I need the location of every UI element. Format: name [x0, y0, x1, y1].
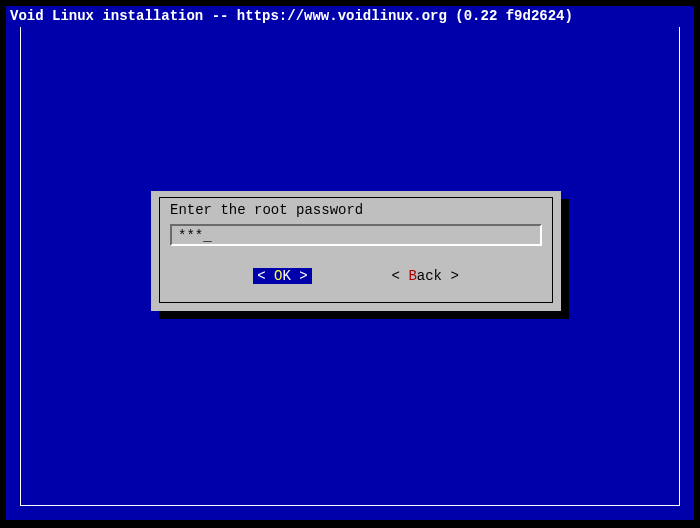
back-bracket-left: < [392, 268, 400, 284]
ok-label-rest: K [282, 268, 290, 284]
ok-bracket-left: < [257, 268, 265, 284]
dialog-prompt: Enter the root password [160, 198, 552, 220]
password-dialog: Enter the root password ***_ < OK > < Ba… [151, 191, 561, 311]
installer-screen: Void Linux installation -- https://www.v… [6, 6, 694, 520]
root-password-input[interactable]: ***_ [170, 224, 542, 246]
window-title: Void Linux installation -- https://www.v… [6, 6, 694, 26]
input-row: ***_ [170, 224, 542, 246]
ok-bracket-right: > [299, 268, 307, 284]
back-label-rest: ack [417, 268, 442, 284]
input-masked-value: *** [178, 228, 203, 244]
back-hotkey: B [408, 268, 416, 284]
ok-button[interactable]: < OK > [253, 268, 311, 284]
back-button[interactable]: < Back > [392, 268, 459, 284]
text-cursor: _ [203, 228, 211, 244]
title-text: Void Linux installation -- https://www.v… [10, 8, 573, 24]
back-bracket-right: > [442, 268, 459, 284]
button-row: < OK > < Back > [160, 268, 552, 284]
dialog-frame: Enter the root password ***_ < OK > < Ba… [159, 197, 553, 303]
